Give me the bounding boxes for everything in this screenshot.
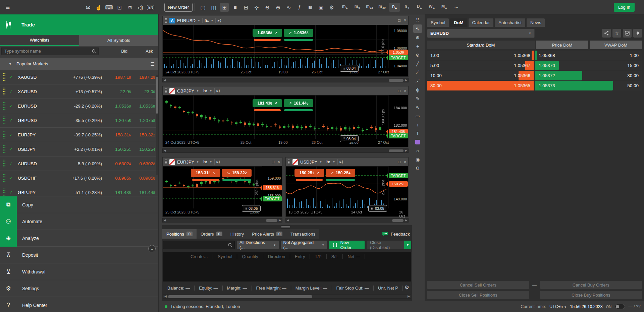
drag-handle-icon[interactable] xyxy=(165,18,167,23)
color-swatch[interactable] xyxy=(413,138,422,146)
cursor-settings-icon[interactable]: ☝ xyxy=(94,3,103,12)
market-replay-icon[interactable]: ▸⟩ xyxy=(218,18,221,23)
watchlist-row-xagusd[interactable]: ✓XAGUSD+13 (+0.57%)22.9823.00 xyxy=(0,84,158,99)
menu-item-help-center[interactable]: ?Help Center xyxy=(0,297,158,312)
scroll-left-icon[interactable]: ◀ xyxy=(164,149,166,152)
drag-handle-icon[interactable] xyxy=(3,159,6,168)
channel-icon[interactable]: ⋰ xyxy=(413,77,422,85)
drag-handle-icon[interactable] xyxy=(3,174,6,182)
watchlist-row-audusd[interactable]: ✓AUDUSD-5.9 (-0.09%)0.630240.63028 xyxy=(0,157,158,171)
camera-icon[interactable]: ◉ xyxy=(413,155,422,164)
tab-price-dom[interactable]: Price DoM xyxy=(536,41,588,49)
zigzag-icon[interactable]: ∿ xyxy=(413,103,422,111)
close-icon[interactable]: × xyxy=(278,160,280,164)
tab-orders[interactable]: Orders0 xyxy=(197,229,226,239)
menu-item-withdrawal[interactable]: ⊻Withdrawal xyxy=(0,263,158,280)
tab-history[interactable]: History xyxy=(226,229,248,239)
alert-bell-icon[interactable]: Ω xyxy=(413,164,422,172)
timeframe-h4[interactable]: h4 xyxy=(401,3,412,12)
chart-header[interactable]: EURJPY▼h1▼▸⟩□× xyxy=(163,158,282,166)
price-axis[interactable]: 184.000182.000500.0 pips181.438TARGET xyxy=(388,95,408,139)
on-toggle[interactable] xyxy=(615,304,625,309)
ray-line-icon[interactable]: ⟋ xyxy=(413,68,422,76)
time-axis[interactable]: 13 Oct 2023, UTC+524 Oct26 Oct03:05 xyxy=(286,208,408,216)
collapse-chevron-button[interactable]: ⌄ xyxy=(148,245,156,252)
tab-positions[interactable]: Positions0 xyxy=(162,229,197,239)
chart-timeframe[interactable]: h1 xyxy=(203,160,207,164)
close-dropdown-chevron[interactable]: ▼ xyxy=(404,241,411,249)
group-popular-markets[interactable]: ▼ Popular Markets ☰ xyxy=(0,58,158,70)
bid-price[interactable]: 1987.18 xyxy=(107,75,131,80)
bid-price[interactable]: 0.63024 xyxy=(107,161,131,166)
bid-price[interactable]: 1.20755 xyxy=(107,118,131,123)
indicators-icon[interactable]: ƒ xyxy=(295,3,304,12)
time-axis[interactable]: 24 Oct 2023, UTC+525 Oct19:0026 Oct15:00… xyxy=(163,68,408,76)
scroll-left-icon[interactable]: ◀ xyxy=(164,295,167,298)
open-chart-icon[interactable] xyxy=(623,29,632,38)
share-icon[interactable] xyxy=(602,29,611,38)
menu-item-analyze[interactable]: ⊕Analyze xyxy=(0,230,158,246)
trend-line-icon[interactable]: ╱ xyxy=(413,59,422,68)
timeframe-W1[interactable]: W1 xyxy=(426,3,437,12)
sell-button[interactable]: 158.316↘ xyxy=(191,169,220,177)
close-disabled-button[interactable]: Close (Disabled) xyxy=(367,241,404,249)
tab-calendar[interactable]: Calendar xyxy=(469,18,494,27)
drag-handle-icon[interactable] xyxy=(3,188,6,197)
price-axis[interactable]: 1.080001.060001.04000500.0 pips1.0536TAR… xyxy=(388,25,408,68)
gear-icon[interactable]: ⚙ xyxy=(405,284,409,291)
watchlist-scrollbar[interactable] xyxy=(156,75,158,175)
zoom-in-icon[interactable]: ⊕ xyxy=(274,3,282,12)
menu-item-settings[interactable]: ⚙Settings xyxy=(0,280,158,297)
watchlist-row-gbpusd[interactable]: ✓GBPUSD-35.5 (-0.29%)1.207551.20758 xyxy=(0,113,158,128)
chart-plot-area[interactable]: 181.438↗↗181.448 xyxy=(163,95,408,139)
scroll-left-icon[interactable]: ◀ xyxy=(164,78,166,82)
scroll-right-icon[interactable]: ▶ xyxy=(405,219,407,222)
chevron-down-icon[interactable]: ▼ xyxy=(211,19,213,22)
aggregation-filter-select[interactable]: Not Aggregated (...▼ xyxy=(281,241,327,249)
layers-icon[interactable]: ≋ xyxy=(306,3,315,12)
close-icon[interactable]: × xyxy=(404,18,406,23)
add-chart-icon[interactable]: ⊹ xyxy=(252,3,261,12)
timeframe-h1[interactable]: h1 xyxy=(389,3,400,12)
new-order-button[interactable]: New Order xyxy=(329,241,365,249)
drag-handle-icon[interactable]: ⠿ xyxy=(413,16,422,24)
zoom-out-icon[interactable]: ⊖ xyxy=(263,3,272,12)
maximize-icon[interactable]: □ xyxy=(398,18,400,23)
direction-filter-select[interactable]: All Directions (...▼ xyxy=(237,241,279,249)
bid-price[interactable]: 0.89855 xyxy=(107,176,131,181)
buy-button[interactable]: ↘158.322 xyxy=(222,169,252,177)
cancel-buy-orders-button[interactable]: Cancel Buy Orders xyxy=(540,281,642,289)
chart-settings-icon[interactable]: ⚙ xyxy=(327,3,336,12)
chart-timeframe[interactable]: h1 xyxy=(205,18,209,23)
sell-button[interactable]: 1.05368↗ xyxy=(253,29,282,37)
watchlist-row-xauusd[interactable]: ✓XAUUSD+776 (+0.39%)1987.181987.28 xyxy=(0,70,158,84)
dom-bid-cell[interactable]: 5.001.05367 xyxy=(427,61,534,70)
menu-item-automate[interactable]: ⚇Automate xyxy=(0,213,158,230)
chevron-down-icon[interactable]: ▼ xyxy=(333,161,335,164)
windows-copy-icon[interactable]: ⧉ xyxy=(125,3,134,12)
cancel-sell-orders-button[interactable]: Cancel Sell Orders xyxy=(427,281,529,289)
tab-price-alerts[interactable]: Price Alerts0 xyxy=(248,229,286,239)
watchlist-row-eurusd[interactable]: ✓EURUSD-29.2 (-0.28%)1.053681.05368 xyxy=(0,99,158,113)
market-replay-icon[interactable]: ▸⟩ xyxy=(217,160,220,164)
dom-ask-cell[interactable]: 1.0537350.00 xyxy=(535,81,642,90)
sound-icon[interactable]: ◁) xyxy=(136,3,145,12)
symbol-search-input[interactable]: Type symbol name xyxy=(1,47,99,55)
timeframe-M1[interactable]: M1 xyxy=(439,3,449,12)
chart-header[interactable]: GBPJPY▼h1▼▸⟩□× xyxy=(163,86,408,95)
chevron-down-icon[interactable]: ▼ xyxy=(319,161,322,164)
ask-price[interactable]: 23.00 xyxy=(131,89,155,94)
time-axis[interactable]: 24 Oct 2023, UTC+525 Oct19:0026 Oct15:00… xyxy=(163,139,408,147)
bid-price[interactable]: 1.05368 xyxy=(107,104,131,109)
watchlist-row-usdchf[interactable]: ✓USDCHF+17.6 (+0.20%)0.898550.89858 xyxy=(0,171,158,185)
scroll-left-icon[interactable]: ◀ xyxy=(287,219,289,222)
bottom-scrollbar[interactable]: ◀ ▶ xyxy=(163,294,411,299)
tab-all-symbols[interactable]: All Symbols xyxy=(79,35,158,46)
maximize-icon[interactable]: □ xyxy=(398,160,400,164)
fullscreen-icon[interactable]: ⊡ xyxy=(115,3,124,12)
chevron-down-icon[interactable]: ▼ xyxy=(196,89,199,92)
chart-scrollbar[interactable]: ◀▶ xyxy=(162,148,409,153)
log-in-button[interactable]: Log In xyxy=(614,3,635,12)
keyboard-icon[interactable]: ⌨ xyxy=(105,3,113,12)
chart-header[interactable]: AEURUSD▼h1▼▸⟩□× xyxy=(163,16,408,25)
